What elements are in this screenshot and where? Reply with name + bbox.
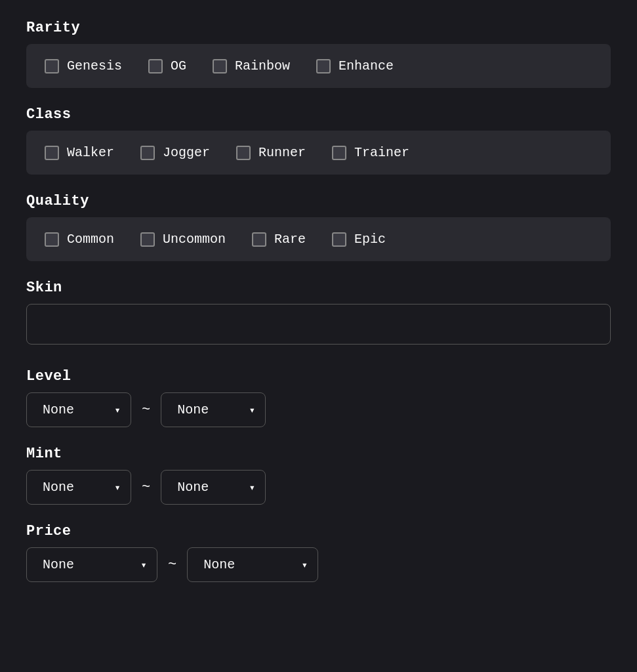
class-trainer-label: Trainer bbox=[354, 145, 409, 160]
rarity-genesis-item[interactable]: Genesis bbox=[45, 58, 122, 74]
quality-label: Quality bbox=[26, 193, 611, 209]
class-walker-checkbox[interactable] bbox=[45, 146, 59, 160]
price-from-select[interactable]: None 110100 100010000 bbox=[26, 547, 157, 582]
rarity-enhance-label: Enhance bbox=[339, 58, 394, 74]
quality-rare-label: Rare bbox=[274, 232, 306, 247]
rarity-enhance-item[interactable]: Enhance bbox=[316, 58, 394, 74]
price-label: Price bbox=[26, 523, 611, 539]
skin-section: Skin bbox=[26, 280, 611, 363]
class-trainer-item[interactable]: Trainer bbox=[332, 145, 409, 160]
class-trainer-checkbox[interactable] bbox=[332, 146, 346, 160]
quality-checkbox-group: Common Uncommon Rare Epic bbox=[26, 217, 611, 261]
level-range-row: None 1234 5102030 ▾ ~ None 1234 5102030 … bbox=[26, 392, 611, 427]
class-runner-item[interactable]: Runner bbox=[236, 145, 306, 160]
level-section: Level None 1234 5102030 ▾ ~ None 1234 51… bbox=[26, 368, 611, 427]
rarity-genesis-checkbox[interactable] bbox=[45, 59, 59, 74]
quality-epic-item[interactable]: Epic bbox=[332, 232, 386, 247]
rarity-checkbox-group: Genesis OG Rainbow Enhance bbox=[26, 44, 611, 88]
quality-section: Quality Common Uncommon Rare Epic bbox=[26, 193, 611, 261]
class-label: Class bbox=[26, 106, 611, 123]
rarity-og-checkbox[interactable] bbox=[148, 59, 163, 74]
class-jogger-checkbox[interactable] bbox=[140, 146, 155, 160]
mint-to-select[interactable]: None 0123 4567 bbox=[161, 470, 266, 505]
rarity-genesis-label: Genesis bbox=[67, 58, 122, 74]
price-to-select[interactable]: None 110100 100010000 bbox=[187, 547, 318, 582]
level-to-wrapper: None 1234 5102030 ▾ bbox=[161, 392, 266, 427]
quality-uncommon-label: Uncommon bbox=[163, 232, 226, 247]
price-range-row: None 110100 100010000 ▾ ~ None 110100 10… bbox=[26, 547, 611, 582]
quality-uncommon-checkbox[interactable] bbox=[140, 232, 155, 247]
price-from-wrapper: None 110100 100010000 ▾ bbox=[26, 547, 157, 582]
mint-tilde: ~ bbox=[142, 479, 150, 495]
class-runner-label: Runner bbox=[258, 145, 306, 160]
rarity-rainbow-checkbox[interactable] bbox=[213, 59, 227, 74]
quality-common-checkbox[interactable] bbox=[45, 232, 59, 247]
quality-uncommon-item[interactable]: Uncommon bbox=[140, 232, 226, 247]
level-from-select[interactable]: None 1234 5102030 bbox=[26, 392, 131, 427]
quality-common-label: Common bbox=[67, 232, 114, 247]
quality-epic-checkbox[interactable] bbox=[332, 232, 346, 247]
class-jogger-label: Jogger bbox=[163, 145, 210, 160]
skin-label: Skin bbox=[26, 280, 611, 296]
rarity-rainbow-item[interactable]: Rainbow bbox=[213, 58, 290, 74]
level-label: Level bbox=[26, 368, 611, 385]
quality-common-item[interactable]: Common bbox=[45, 232, 114, 247]
skin-input[interactable] bbox=[26, 304, 611, 345]
quality-epic-label: Epic bbox=[354, 232, 386, 247]
quality-rare-checkbox[interactable] bbox=[252, 232, 266, 247]
quality-rare-item[interactable]: Rare bbox=[252, 232, 306, 247]
mint-label: Mint bbox=[26, 446, 611, 462]
rarity-label: Rarity bbox=[26, 20, 611, 36]
price-section: Price None 110100 100010000 ▾ ~ None 110… bbox=[26, 523, 611, 582]
class-jogger-item[interactable]: Jogger bbox=[140, 145, 210, 160]
rarity-rainbow-label: Rainbow bbox=[235, 58, 290, 74]
price-to-wrapper: None 110100 100010000 ▾ bbox=[187, 547, 318, 582]
class-checkbox-group: Walker Jogger Runner Trainer bbox=[26, 131, 611, 175]
mint-section: Mint None 0123 4567 ▾ ~ None 0123 4567 ▾ bbox=[26, 446, 611, 505]
price-tilde: ~ bbox=[168, 556, 176, 573]
mint-to-wrapper: None 0123 4567 ▾ bbox=[161, 470, 266, 505]
mint-range-row: None 0123 4567 ▾ ~ None 0123 4567 ▾ bbox=[26, 470, 611, 505]
rarity-og-label: OG bbox=[171, 58, 186, 74]
rarity-enhance-checkbox[interactable] bbox=[316, 59, 331, 74]
class-runner-checkbox[interactable] bbox=[236, 146, 251, 160]
class-section: Class Walker Jogger Runner Trainer bbox=[26, 106, 611, 175]
level-to-select[interactable]: None 1234 5102030 bbox=[161, 392, 266, 427]
rarity-og-item[interactable]: OG bbox=[148, 58, 186, 74]
class-walker-item[interactable]: Walker bbox=[45, 145, 114, 160]
rarity-section: Rarity Genesis OG Rainbow Enhance bbox=[26, 20, 611, 88]
level-tilde: ~ bbox=[142, 402, 150, 418]
level-from-wrapper: None 1234 5102030 ▾ bbox=[26, 392, 131, 427]
mint-from-wrapper: None 0123 4567 ▾ bbox=[26, 470, 131, 505]
mint-from-select[interactable]: None 0123 4567 bbox=[26, 470, 131, 505]
class-walker-label: Walker bbox=[67, 145, 114, 160]
